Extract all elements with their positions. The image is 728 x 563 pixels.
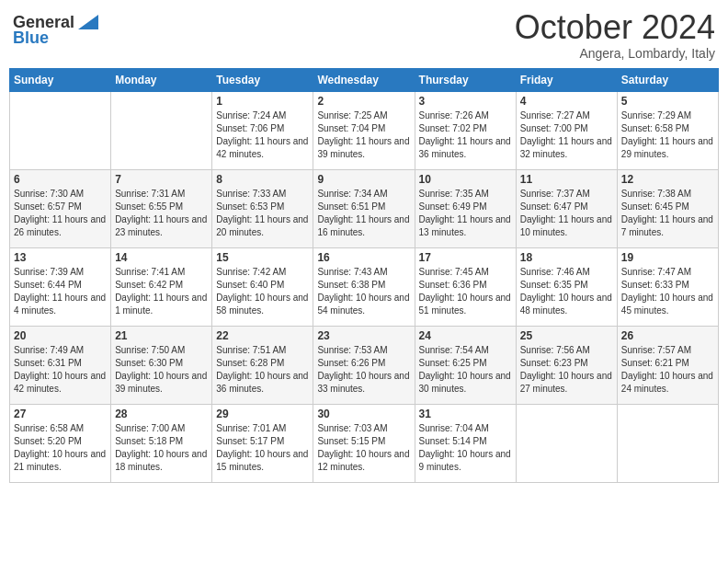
day-number: 12: [621, 173, 714, 186]
day-info: Sunrise: 7:33 AMSunset: 6:53 PMDaylight:…: [216, 188, 309, 239]
calendar-cell: 13Sunrise: 7:39 AMSunset: 6:44 PMDayligh…: [10, 247, 111, 326]
calendar-cell: 15Sunrise: 7:42 AMSunset: 6:40 PMDayligh…: [212, 247, 313, 326]
week-row-2: 6Sunrise: 7:30 AMSunset: 6:57 PMDaylight…: [10, 169, 719, 247]
logo: General Blue: [13, 13, 98, 48]
calendar-cell: 16Sunrise: 7:43 AMSunset: 6:38 PMDayligh…: [313, 247, 415, 326]
svg-marker-0: [78, 15, 98, 29]
header-row: Sunday Monday Tuesday Wednesday Thursday…: [10, 68, 719, 91]
day-info: Sunrise: 7:24 AMSunset: 7:06 PMDaylight:…: [216, 109, 309, 161]
calendar-cell: [10, 91, 111, 169]
col-monday: Monday: [111, 68, 212, 91]
day-number: 8: [216, 173, 309, 186]
calendar-cell: 24Sunrise: 7:54 AMSunset: 6:25 PMDayligh…: [415, 326, 516, 404]
day-info: Sunrise: 7:00 AMSunset: 5:18 PMDaylight:…: [115, 422, 208, 474]
calendar-cell: 22Sunrise: 7:51 AMSunset: 6:28 PMDayligh…: [212, 326, 313, 404]
calendar-cell: 28Sunrise: 7:00 AMSunset: 5:18 PMDayligh…: [111, 404, 212, 482]
week-row-3: 13Sunrise: 7:39 AMSunset: 6:44 PMDayligh…: [10, 247, 719, 326]
col-sunday: Sunday: [10, 68, 111, 91]
day-number: 20: [14, 329, 107, 342]
day-info: Sunrise: 7:35 AMSunset: 6:49 PMDaylight:…: [419, 188, 512, 239]
day-number: 13: [14, 251, 107, 264]
day-info: Sunrise: 7:03 AMSunset: 5:15 PMDaylight:…: [317, 422, 410, 474]
day-number: 30: [317, 408, 410, 420]
day-number: 1: [216, 95, 309, 108]
day-info: Sunrise: 7:29 AMSunset: 6:58 PMDaylight:…: [621, 109, 714, 161]
day-number: 22: [216, 329, 309, 342]
day-number: 10: [419, 173, 512, 186]
day-number: 27: [14, 408, 107, 420]
day-info: Sunrise: 7:46 AMSunset: 6:35 PMDaylight:…: [520, 266, 613, 317]
day-info: Sunrise: 7:42 AMSunset: 6:40 PMDaylight:…: [216, 266, 309, 317]
calendar-cell: [617, 404, 718, 482]
month-title: October 2024: [515, 9, 715, 46]
calendar-cell: 30Sunrise: 7:03 AMSunset: 5:15 PMDayligh…: [313, 404, 415, 482]
calendar-cell: 1Sunrise: 7:24 AMSunset: 7:06 PMDaylight…: [212, 91, 313, 169]
calendar-cell: 9Sunrise: 7:34 AMSunset: 6:51 PMDaylight…: [313, 169, 415, 247]
calendar-cell: 25Sunrise: 7:56 AMSunset: 6:23 PMDayligh…: [516, 326, 617, 404]
day-info: Sunrise: 7:30 AMSunset: 6:57 PMDaylight:…: [14, 188, 107, 239]
page-header: General Blue October 2024 Angera, Lombar…: [9, 9, 719, 61]
calendar-cell: 26Sunrise: 7:57 AMSunset: 6:21 PMDayligh…: [617, 326, 718, 404]
day-number: 6: [14, 173, 107, 186]
day-info: Sunrise: 7:38 AMSunset: 6:45 PMDaylight:…: [621, 188, 714, 239]
calendar-cell: 29Sunrise: 7:01 AMSunset: 5:17 PMDayligh…: [212, 404, 313, 482]
day-info: Sunrise: 7:41 AMSunset: 6:42 PMDaylight:…: [115, 266, 208, 317]
day-number: 31: [419, 408, 512, 420]
day-number: 16: [317, 251, 410, 264]
day-number: 5: [621, 95, 714, 108]
day-number: 7: [115, 173, 208, 186]
calendar-cell: 6Sunrise: 7:30 AMSunset: 6:57 PMDaylight…: [10, 169, 111, 247]
day-info: Sunrise: 7:27 AMSunset: 7:00 PMDaylight:…: [520, 109, 613, 161]
day-number: 11: [520, 173, 613, 186]
week-row-1: 1Sunrise: 7:24 AMSunset: 7:06 PMDaylight…: [10, 91, 719, 169]
calendar-cell: [516, 404, 617, 482]
day-info: Sunrise: 7:54 AMSunset: 6:25 PMDaylight:…: [419, 344, 512, 396]
day-info: Sunrise: 7:25 AMSunset: 7:04 PMDaylight:…: [317, 109, 410, 161]
calendar-cell: 17Sunrise: 7:45 AMSunset: 6:36 PMDayligh…: [415, 247, 516, 326]
day-number: 2: [317, 95, 410, 108]
day-number: 18: [520, 251, 613, 264]
col-thursday: Thursday: [415, 68, 516, 91]
day-info: Sunrise: 7:37 AMSunset: 6:47 PMDaylight:…: [520, 188, 613, 239]
day-info: Sunrise: 7:47 AMSunset: 6:33 PMDaylight:…: [621, 266, 714, 317]
col-friday: Friday: [516, 68, 617, 91]
calendar-cell: 4Sunrise: 7:27 AMSunset: 7:00 PMDaylight…: [516, 91, 617, 169]
day-number: 28: [115, 408, 208, 420]
day-info: Sunrise: 7:53 AMSunset: 6:26 PMDaylight:…: [317, 344, 410, 396]
calendar-cell: 5Sunrise: 7:29 AMSunset: 6:58 PMDaylight…: [617, 91, 718, 169]
calendar-table: Sunday Monday Tuesday Wednesday Thursday…: [9, 68, 719, 483]
day-info: Sunrise: 7:26 AMSunset: 7:02 PMDaylight:…: [419, 109, 512, 161]
day-info: Sunrise: 7:31 AMSunset: 6:55 PMDaylight:…: [115, 188, 208, 239]
logo-blue-text: Blue: [13, 29, 49, 48]
day-number: 21: [115, 329, 208, 342]
calendar-cell: 18Sunrise: 7:46 AMSunset: 6:35 PMDayligh…: [516, 247, 617, 326]
calendar-cell: 21Sunrise: 7:50 AMSunset: 6:30 PMDayligh…: [111, 326, 212, 404]
title-area: October 2024 Angera, Lombardy, Italy: [515, 9, 715, 61]
day-info: Sunrise: 7:04 AMSunset: 5:14 PMDaylight:…: [419, 422, 512, 474]
day-info: Sunrise: 7:34 AMSunset: 6:51 PMDaylight:…: [317, 188, 410, 239]
calendar-cell: 14Sunrise: 7:41 AMSunset: 6:42 PMDayligh…: [111, 247, 212, 326]
day-info: Sunrise: 7:01 AMSunset: 5:17 PMDaylight:…: [216, 422, 309, 474]
day-number: 19: [621, 251, 714, 264]
calendar-cell: 7Sunrise: 7:31 AMSunset: 6:55 PMDaylight…: [111, 169, 212, 247]
day-number: 14: [115, 251, 208, 264]
day-number: 17: [419, 251, 512, 264]
calendar-cell: 11Sunrise: 7:37 AMSunset: 6:47 PMDayligh…: [516, 169, 617, 247]
week-row-4: 20Sunrise: 7:49 AMSunset: 6:31 PMDayligh…: [10, 326, 719, 404]
calendar-cell: 19Sunrise: 7:47 AMSunset: 6:33 PMDayligh…: [617, 247, 718, 326]
week-row-5: 27Sunrise: 6:58 AMSunset: 5:20 PMDayligh…: [10, 404, 719, 482]
col-saturday: Saturday: [617, 68, 718, 91]
calendar-cell: 2Sunrise: 7:25 AMSunset: 7:04 PMDaylight…: [313, 91, 415, 169]
day-info: Sunrise: 6:58 AMSunset: 5:20 PMDaylight:…: [14, 422, 107, 474]
day-number: 25: [520, 329, 613, 342]
calendar-cell: 27Sunrise: 6:58 AMSunset: 5:20 PMDayligh…: [10, 404, 111, 482]
calendar-cell: [111, 91, 212, 169]
day-info: Sunrise: 7:57 AMSunset: 6:21 PMDaylight:…: [621, 344, 714, 396]
logo-icon: [78, 15, 98, 29]
day-info: Sunrise: 7:50 AMSunset: 6:30 PMDaylight:…: [115, 344, 208, 396]
day-number: 29: [216, 408, 309, 420]
calendar-cell: 20Sunrise: 7:49 AMSunset: 6:31 PMDayligh…: [10, 326, 111, 404]
day-number: 9: [317, 173, 410, 186]
calendar-cell: 3Sunrise: 7:26 AMSunset: 7:02 PMDaylight…: [415, 91, 516, 169]
day-info: Sunrise: 7:49 AMSunset: 6:31 PMDaylight:…: [14, 344, 107, 396]
